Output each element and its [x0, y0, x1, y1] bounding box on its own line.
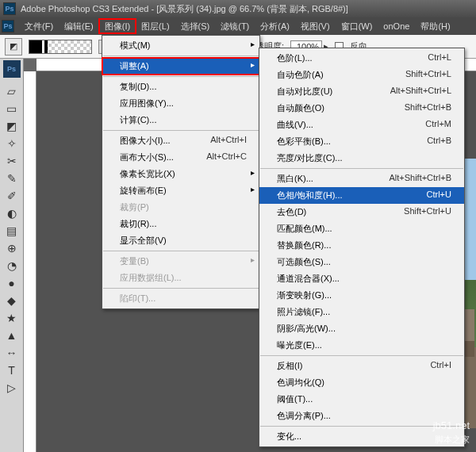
menu-10[interactable]: 帮助(H) [415, 19, 455, 33]
tool-palette: Ps ▱▭◩✧✂✎✐◐▤⊕◔●◆★▲↔T▷ [0, 59, 24, 452]
tool-7[interactable]: ◐ [2, 205, 21, 222]
menu-6[interactable]: 分析(A) [255, 19, 295, 33]
tool-12[interactable]: ◆ [2, 292, 21, 309]
menu-item[interactable]: 显示全部(V) [102, 232, 259, 249]
menu-item[interactable]: 反相(I)Ctrl+I [259, 358, 464, 374]
separator [103, 288, 259, 289]
menu-item[interactable]: 图像大小(I)...Alt+Ctrl+I [102, 132, 259, 149]
menu-9[interactable]: onOne [378, 19, 415, 33]
menu-item[interactable]: 曲线(V)...Ctrl+M [259, 117, 464, 133]
menu-item[interactable]: 照片滤镜(F)... [259, 304, 464, 320]
menu-item[interactable]: 色阶(L)...Ctrl+L [259, 50, 464, 67]
tool-3[interactable]: ✧ [2, 135, 21, 152]
menu-item-shortcut: Alt+Shift+Ctrl+L [390, 86, 451, 98]
menu-item-shortcut: Alt+Ctrl+I [210, 135, 247, 147]
menu-item[interactable]: 像素长宽比(X) [102, 166, 259, 182]
menu-item-label: 色调均化(Q) [277, 377, 324, 389]
menu-item[interactable]: 阴影/高光(W)... [259, 320, 464, 337]
menu-item[interactable]: 匹配颜色(M)... [259, 220, 464, 237]
menu-item-label: 渐变映射(G)... [277, 289, 332, 301]
menu-item-label: 色相/饱和度(H)... [277, 190, 343, 201]
tool-16[interactable]: T [2, 362, 21, 379]
menu-item[interactable]: 自动颜色(O)Shift+Ctrl+B [259, 100, 464, 117]
menu-item[interactable]: 自动对比度(U)Alt+Shift+Ctrl+L [259, 83, 464, 100]
menu-8[interactable]: 窗口(W) [336, 19, 378, 33]
tool-6[interactable]: ✐ [2, 187, 21, 205]
menu-item-label: 裁剪(P) [120, 201, 149, 213]
menu-item-shortcut: Ctrl+L [428, 52, 451, 64]
menu-item-label: 调整(A) [120, 60, 149, 72]
menu-item[interactable]: 画布大小(S)...Alt+Ctrl+C [102, 149, 259, 166]
menu-item-shortcut: Shift+Ctrl+B [405, 102, 451, 114]
menu-item[interactable]: 色彩平衡(B)...Ctrl+B [259, 133, 464, 150]
menu-item[interactable]: 模式(M) [102, 37, 259, 54]
menu-item-label: 自动对比度(U) [277, 86, 332, 98]
menu-item[interactable]: 计算(C)... [102, 112, 259, 128]
menu-item-label: 黑白(K)... [277, 173, 313, 185]
menu-5[interactable]: 滤镜(T) [215, 19, 255, 33]
menu-7[interactable]: 视图(V) [295, 19, 336, 33]
watermark-url: jb51.net [433, 419, 470, 431]
menu-3[interactable]: 图层(L) [136, 19, 175, 33]
watermark-name: 脚本之家 [435, 435, 470, 444]
menu-item[interactable]: 阈值(T)... [259, 391, 464, 408]
menu-item[interactable]: 复制(D)... [102, 79, 259, 95]
menu-0[interactable]: 文件(F) [19, 19, 59, 33]
menu-item-label: 色彩平衡(B)... [277, 136, 331, 147]
menu-item-label: 陷印(T)... [120, 293, 155, 305]
menu-1[interactable]: 编辑(E) [59, 19, 99, 33]
menu-item-shortcut: Shift+Ctrl+U [404, 206, 451, 218]
adjustments-submenu: 色阶(L)...Ctrl+L自动色阶(A)Shift+Ctrl+L自动对比度(U… [259, 48, 465, 447]
menu-item[interactable]: 替换颜色(R)... [259, 237, 464, 254]
menu-item-label: 像素长宽比(X) [120, 168, 175, 180]
tool-17[interactable]: ▷ [2, 379, 21, 396]
menu-item-label: 裁切(R)... [120, 218, 156, 230]
menu-item-shortcut: Shift+Ctrl+L [405, 69, 451, 81]
tool-8[interactable]: ▤ [2, 222, 21, 239]
tool-14[interactable]: ▲ [2, 327, 21, 344]
menu-item-shortcut: Alt+Shift+Ctrl+B [389, 173, 451, 185]
tool-4[interactable]: ✂ [2, 152, 21, 170]
menu-item[interactable]: 黑白(K)...Alt+Shift+Ctrl+B [259, 170, 464, 187]
menu-item[interactable]: 色相/饱和度(H)...Ctrl+U [259, 187, 464, 204]
tool-5[interactable]: ✎ [2, 170, 21, 187]
menu-item[interactable]: 通道混合器(X)... [259, 270, 464, 287]
separator [103, 251, 259, 251]
menu-item-label: 显示全部(V) [120, 235, 167, 247]
menu-item-label: 曝光度(E)... [277, 339, 322, 351]
menu-item-label: 去色(D) [277, 206, 306, 218]
menu-item[interactable]: 自动色阶(A)Shift+Ctrl+L [259, 67, 464, 83]
menu-item: 裁剪(P) [102, 199, 259, 216]
menu-item: 陷印(T)... [102, 290, 259, 307]
tool-1[interactable]: ▭ [2, 100, 21, 117]
tool-15[interactable]: ↔ [2, 344, 21, 362]
menu-item[interactable]: 应用图像(Y)... [102, 95, 259, 112]
menu-item[interactable]: 渐变映射(G)... [259, 287, 464, 304]
active-tool-icon[interactable]: ◩ [5, 38, 22, 56]
menu-item[interactable]: 裁切(R)... [102, 216, 259, 232]
menu-item[interactable]: 调整(A) [102, 58, 259, 75]
tool-2[interactable]: ◩ [2, 117, 21, 135]
separator [260, 355, 463, 356]
menu-item[interactable]: 去色(D)Shift+Ctrl+U [259, 204, 464, 220]
menu-4[interactable]: 选择(S) [175, 19, 216, 33]
titlebar: Ps Adobe Photoshop CS3 Extended - [风景系列 … [0, 0, 476, 17]
tool-9[interactable]: ⊕ [2, 239, 21, 257]
menu-item[interactable]: 亮度/对比度(C)... [259, 150, 464, 167]
gradient-preview[interactable] [29, 40, 92, 54]
menu-item[interactable]: 曝光度(E)... [259, 337, 464, 354]
menu-item-shortcut: Ctrl+M [425, 119, 451, 131]
menu-2[interactable]: 图像(I) [99, 19, 136, 33]
menu-item[interactable]: 可选颜色(S)... [259, 254, 464, 270]
tool-0[interactable]: ▱ [2, 82, 21, 100]
tool-10[interactable]: ◔ [2, 257, 21, 274]
menu-item-label: 应用数据组(L)... [120, 272, 182, 284]
ps-menu-icon[interactable]: Ps [2, 20, 14, 33]
menu-item[interactable]: 色调均化(Q) [259, 374, 464, 391]
tool-13[interactable]: ★ [2, 309, 21, 327]
menu-item-shortcut: Alt+Ctrl+C [206, 151, 247, 163]
tool-11[interactable]: ● [2, 274, 21, 292]
menu-item[interactable]: 旋转画布(E) [102, 182, 259, 199]
ps-sidebar-icon: Ps [3, 60, 21, 78]
menu-item: 应用数据组(L)... [102, 270, 259, 286]
